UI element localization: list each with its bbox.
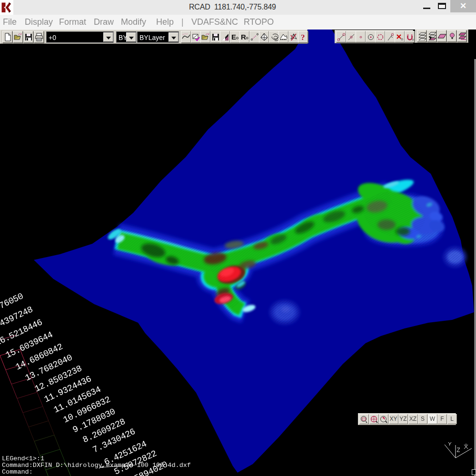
svg-text:?: ?: [301, 33, 305, 41]
svg-text:E: E: [231, 33, 236, 41]
svg-text:R: R: [241, 33, 246, 41]
